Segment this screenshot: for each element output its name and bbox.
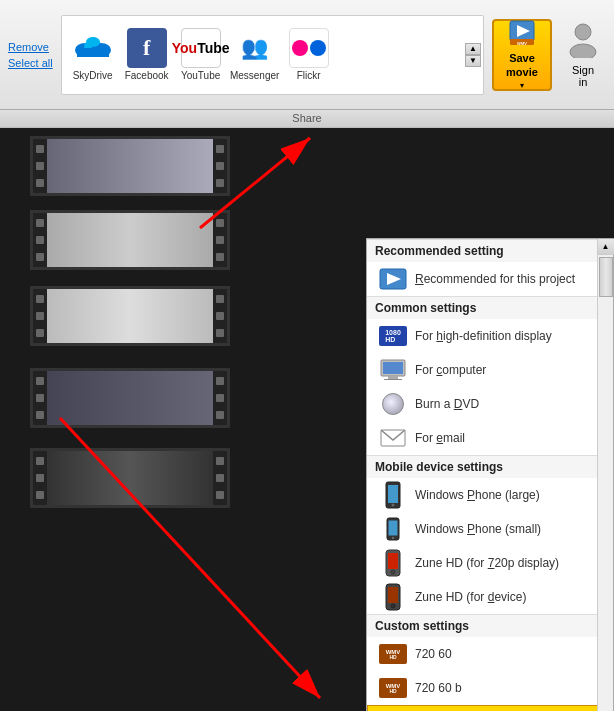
menu-item-zune-720[interactable]: Zune HD (for 720p display) — [367, 546, 613, 580]
left-actions: Remove Select all — [8, 41, 53, 69]
film-content-3 — [47, 289, 213, 343]
skydrive-label: SkyDrive — [73, 70, 113, 81]
film-perf-right-5 — [213, 451, 227, 505]
menu-item-computer[interactable]: For computer — [367, 353, 613, 387]
save-movie-button[interactable]: WMV Save movie ▾ — [492, 19, 552, 91]
svg-rect-23 — [388, 485, 398, 503]
menu-item-hd-text: For high-definition display — [415, 329, 552, 343]
flickr-dot-pink — [292, 40, 308, 56]
section-header-custom: Custom settings — [367, 614, 613, 637]
share-section-label: Share — [292, 112, 321, 124]
svg-rect-3 — [77, 48, 109, 57]
save-movie-label: Save movie — [506, 52, 538, 78]
sign-in-label: Sign in — [572, 64, 594, 88]
skydrive-share-item[interactable]: SkyDrive — [68, 28, 118, 81]
select-all-button[interactable]: Select all — [8, 57, 53, 69]
menu-item-zune-device-text: Zune HD (for device) — [415, 590, 526, 604]
720-60b-icon: WMVHD — [379, 677, 407, 699]
svg-rect-20 — [384, 379, 402, 380]
svg-point-9 — [575, 24, 591, 40]
svg-point-27 — [392, 537, 394, 539]
menu-item-hd[interactable]: 1080HD For high-definition display — [367, 319, 613, 353]
film-perf-left-4 — [33, 371, 47, 425]
save-movie-icon: WMV — [508, 19, 536, 52]
save-movie-dropdown-arrow: ▾ — [520, 81, 524, 90]
flickr-dot-blue — [310, 40, 326, 56]
menu-item-720-60b[interactable]: WMVHD 720 60 b — [367, 671, 613, 705]
menu-item-720-60[interactable]: WMVHD 720 60 — [367, 637, 613, 671]
flickr-icon — [289, 28, 329, 68]
menu-item-computer-text: For computer — [415, 363, 486, 377]
filmstrip-5[interactable] — [30, 448, 230, 508]
sign-in-button[interactable]: Sign in — [560, 19, 606, 91]
menu-item-zune-device[interactable]: Zune HD (for device) — [367, 580, 613, 614]
dropdown-scroll-track — [598, 255, 613, 711]
menu-item-recommended-text: Recommended for this project — [415, 272, 575, 286]
filmstrip-4[interactable] — [30, 368, 230, 428]
flickr-label: Flickr — [297, 70, 321, 81]
facebook-share-item[interactable]: f Facebook — [122, 28, 172, 81]
section-header-common: Common settings — [367, 296, 613, 319]
share-scroll-up[interactable]: ▲ — [465, 43, 481, 55]
share-scroll: ▲ ▼ — [465, 43, 481, 67]
zune-720-icon — [379, 552, 407, 574]
film-perf-left-3 — [33, 289, 47, 343]
red-arrow-2 — [0, 388, 370, 711]
filmstrip-1[interactable] — [30, 136, 230, 196]
film-perf-left-5 — [33, 451, 47, 505]
filmstrip-2[interactable] — [30, 210, 230, 270]
film-content-5 — [47, 451, 213, 505]
dropdown-scroll-thumb[interactable] — [599, 257, 613, 297]
menu-item-create-custom[interactable]: + Create custom setting... — [367, 705, 613, 711]
menu-item-720-60b-text: 720 60 b — [415, 681, 462, 695]
recommended-icon — [379, 268, 407, 290]
facebook-icon: f — [127, 28, 167, 68]
main-content: Recommended setting Recommended for this… — [0, 128, 614, 711]
menu-item-dvd[interactable]: Burn a DVD — [367, 387, 613, 421]
wp-large-icon — [379, 484, 407, 506]
svg-point-24 — [392, 504, 395, 507]
messenger-share-item[interactable]: 👥 Messenger — [230, 28, 280, 81]
email-icon — [379, 427, 407, 449]
film-perf-right-1 — [213, 139, 227, 193]
share-scroll-down[interactable]: ▼ — [465, 55, 481, 67]
film-perf-right-3 — [213, 289, 227, 343]
menu-item-email-text: For email — [415, 431, 465, 445]
svg-point-30 — [391, 570, 395, 574]
filmstrip-3[interactable] — [30, 286, 230, 346]
filmstrip-panel — [0, 128, 370, 711]
svg-point-33 — [391, 604, 395, 608]
menu-item-wp-small-text: Windows Phone (small) — [415, 522, 541, 536]
flickr-share-item[interactable]: Flickr — [284, 28, 334, 81]
facebook-label: Facebook — [125, 70, 169, 81]
remove-button[interactable]: Remove — [8, 41, 53, 53]
film-perf-left-1 — [33, 139, 47, 193]
menu-item-wp-small[interactable]: Windows Phone (small) — [367, 512, 613, 546]
film-content-1 — [47, 139, 213, 193]
youtube-share-item[interactable]: YouTube YouTube — [176, 28, 226, 81]
svg-rect-19 — [388, 376, 398, 379]
messenger-label: Messenger — [230, 70, 279, 81]
youtube-icon: YouTube — [181, 28, 221, 68]
svg-rect-26 — [389, 521, 398, 536]
menu-item-recommended[interactable]: Recommended for this project — [367, 262, 613, 296]
messenger-icon: 👥 — [235, 28, 275, 68]
toolbar: Remove Select all SkyDrive — [0, 0, 614, 110]
svg-text:WMV: WMV — [517, 41, 527, 46]
dropdown-scroll-up[interactable]: ▲ — [598, 239, 614, 255]
hd-icon: 1080HD — [379, 325, 407, 347]
720-60-icon: WMVHD — [379, 643, 407, 665]
menu-item-wp-large-text: Windows Phone (large) — [415, 488, 540, 502]
svg-point-10 — [570, 44, 596, 58]
film-perf-right-4 — [213, 371, 227, 425]
menu-item-email[interactable]: For email — [367, 421, 613, 455]
dropdown-menu: Recommended setting Recommended for this… — [366, 238, 614, 711]
svg-rect-29 — [388, 553, 398, 569]
svg-rect-32 — [388, 587, 398, 603]
film-perf-right-2 — [213, 213, 227, 267]
svg-rect-18 — [383, 362, 403, 374]
dvd-icon — [379, 393, 407, 415]
film-content-4 — [47, 371, 213, 425]
menu-item-wp-large[interactable]: Windows Phone (large) — [367, 478, 613, 512]
person-icon — [568, 22, 598, 64]
